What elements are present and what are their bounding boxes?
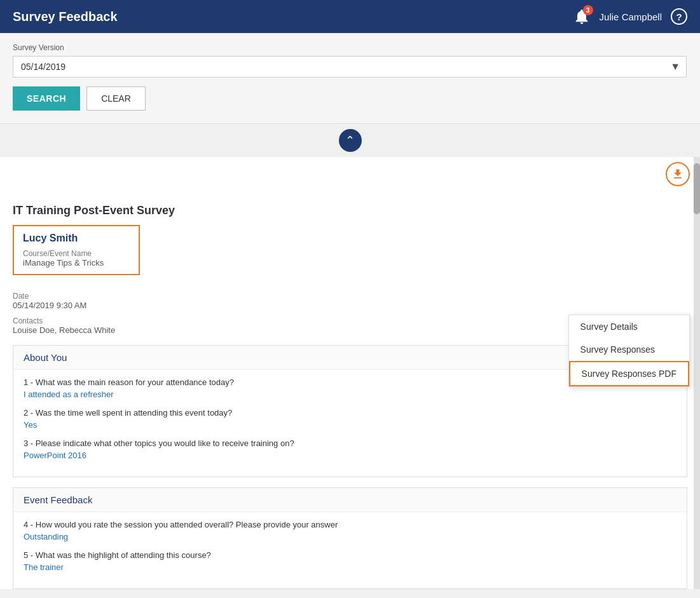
header: Survey Feedback 3 Julie Campbell ? xyxy=(0,0,700,33)
answer-2: Yes xyxy=(24,420,676,430)
answer-4: Outstanding xyxy=(24,532,676,541)
question-4: 4 - How would you rate the session you a… xyxy=(24,520,676,541)
section-content-event-feedback: 4 - How would you rate the session you a… xyxy=(13,512,687,588)
section-event-feedback: Event Feedback 4 - How would you rate th… xyxy=(13,487,687,589)
question-2: 2 - Was the time well spent in attending… xyxy=(24,408,676,430)
clear-button[interactable]: CLEAR xyxy=(86,86,146,111)
scrollbar[interactable] xyxy=(694,157,700,589)
button-row: SEARCH CLEAR xyxy=(13,86,687,111)
user-name: Julie Campbell xyxy=(600,11,662,22)
app-title: Survey Feedback xyxy=(13,10,118,24)
question-4-text: 4 - How would you rate the session you a… xyxy=(24,520,676,529)
answer-1: I attended as a refresher xyxy=(24,390,676,399)
question-2-text: 2 - Was the time well spent in attending… xyxy=(24,408,676,418)
respondent-card: Lucy Smith Course/Event Name iManage Tip… xyxy=(13,225,140,275)
filter-area: Survey Version 05/14/2019 04/01/2019 03/… xyxy=(0,33,700,124)
survey-version-label: Survey Version xyxy=(13,43,687,52)
search-button[interactable]: SEARCH xyxy=(13,86,80,111)
question-5: 5 - What was the highlight of attending … xyxy=(24,550,676,572)
header-right: 3 Julie Campbell ? xyxy=(573,8,687,25)
answer-5: The trainer xyxy=(24,562,676,572)
date-label: Date xyxy=(13,292,687,301)
scroll-thumb[interactable] xyxy=(694,163,700,214)
course-label: Course/Event Name xyxy=(23,249,130,258)
notification-bell[interactable]: 3 xyxy=(573,8,591,25)
download-button[interactable] xyxy=(666,162,690,186)
survey-version-select[interactable]: 05/14/2019 04/01/2019 03/15/2019 xyxy=(13,56,687,78)
question-3-text: 3 - Please indicate what other topics yo… xyxy=(24,438,676,448)
main-content: IT Training Post-Event Survey Lucy Smith… xyxy=(0,191,700,589)
respondent-name: Lucy Smith xyxy=(23,233,130,244)
answer-3: PowerPoint 2016 xyxy=(24,451,676,460)
survey-title: IT Training Post-Event Survey xyxy=(13,204,687,217)
dropdown-survey-responses[interactable]: Survey Responses xyxy=(569,338,689,361)
question-3: 3 - Please indicate what other topics yo… xyxy=(24,438,676,460)
help-button[interactable]: ? xyxy=(671,8,687,25)
dropdown-survey-details[interactable]: Survey Details xyxy=(569,315,689,338)
dropdown-survey-responses-pdf[interactable]: Survey Responses PDF xyxy=(569,361,689,386)
download-area xyxy=(0,157,700,191)
course-value: iManage Tips & Tricks xyxy=(23,258,130,268)
section-title-event-feedback: Event Feedback xyxy=(13,488,687,512)
survey-version-select-wrapper[interactable]: 05/14/2019 04/01/2019 03/15/2019 ▼ xyxy=(13,56,687,78)
collapse-button[interactable]: ⌃ xyxy=(339,129,362,152)
collapse-bar: ⌃ xyxy=(0,124,700,157)
notification-count: 3 xyxy=(583,5,593,15)
dropdown-menu: Survey Details Survey Responses Survey R… xyxy=(568,315,690,387)
date-value: 05/14/2019 9:30 AM xyxy=(13,301,687,310)
question-5-text: 5 - What was the highlight of attending … xyxy=(24,550,676,560)
